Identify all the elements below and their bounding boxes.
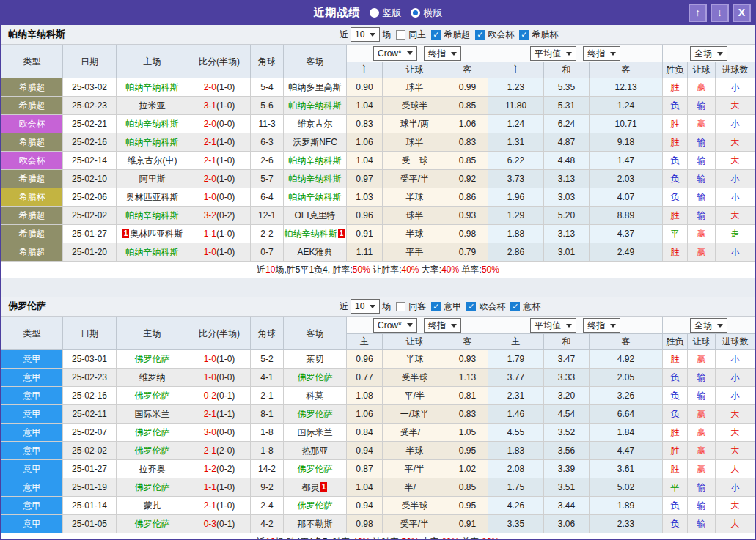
odds-stage-select[interactable]: 终指: [424, 46, 461, 61]
goals-result-cell-value: 小: [731, 247, 740, 257]
away-team-cell: 热那亚: [284, 442, 347, 460]
handicap-result-cell-value: 输: [697, 174, 706, 184]
crow-home-odds: 0.96: [347, 207, 383, 225]
match-date: 25-02-07: [72, 427, 107, 437]
goals-result-cell: 大: [716, 424, 755, 442]
avg-home-odds-value: 1.29: [507, 210, 524, 221]
crow-home-odds-value: 0.87: [356, 464, 373, 474]
move-up-button[interactable]: ↑: [689, 4, 707, 22]
handicap-result-cell-value: 输: [697, 155, 706, 166]
league-filter-checkbox-3[interactable]: [510, 302, 520, 311]
home-team-cell: 拉米亚: [117, 97, 188, 115]
same-venue-checkbox[interactable]: [396, 30, 405, 40]
handicap-result-cell-value: 输: [697, 500, 706, 511]
radio-horizontal-layout[interactable]: 横版: [411, 7, 443, 20]
summary-text: 40%: [401, 265, 419, 275]
full-match-select[interactable]: 全场: [690, 318, 727, 333]
radio-vertical-layout[interactable]: 竖版: [370, 7, 402, 20]
date-cell: 25-01-05: [63, 515, 117, 533]
avg-draw-odds-value: 3.39: [558, 464, 575, 474]
radio-horizontal-icon[interactable]: [411, 8, 420, 18]
league-filter-checkbox-2[interactable]: [466, 302, 476, 311]
bookmaker-select[interactable]: Crow*: [373, 318, 417, 333]
league-filter-checkbox-3[interactable]: [519, 30, 529, 40]
handicap-result-cell-value: 输: [697, 391, 706, 401]
handicap-result-cell-value: 赢: [697, 427, 706, 437]
match-row: 希腊超25-02-02帕纳辛纳科斯3-2(0-2)12-1OFI克里特0.96球…: [1, 207, 755, 225]
crow-away-odds-value: 1.05: [459, 427, 476, 437]
corner-cell: 0-7: [251, 243, 284, 262]
handicap-result-cell: 输: [688, 497, 716, 515]
home-team-cell: 维京古尔(中): [117, 152, 188, 170]
handicap-result-cell: 赢: [688, 350, 716, 369]
crow-handicap: 受半/一: [383, 424, 447, 442]
bookmaker-select[interactable]: Crow*: [373, 46, 417, 61]
league-cell: 希腊超: [1, 97, 63, 115]
score-cell: 1-1(1-0): [188, 478, 251, 497]
corner-count: 14-2: [258, 464, 276, 474]
crow-handicap-value: 球半: [406, 137, 424, 147]
crow-home-odds: 0.87: [347, 460, 383, 478]
col-avg-draw: 和: [544, 334, 590, 350]
close-button[interactable]: X: [733, 4, 751, 22]
away-team-name: 佛罗伦萨: [298, 372, 333, 382]
crow-handicap-value: 半球: [406, 192, 424, 202]
league-cell: 意甲: [1, 478, 63, 497]
avg-away-odds: 5.02: [590, 478, 663, 497]
score-cell: 1-1(1-0): [188, 225, 251, 243]
handicap-result-cell: 输: [688, 133, 716, 152]
avg-away-odds-value: 1.47: [617, 155, 634, 166]
home-team-name: 佛罗伦萨: [135, 519, 170, 529]
full-time-score: 1-2: [204, 464, 216, 474]
crow-home-odds-value: 1.03: [356, 192, 373, 202]
same-venue-checkbox[interactable]: [396, 302, 405, 311]
radio-vertical-icon[interactable]: [370, 8, 379, 18]
result-cell-value: 胜: [671, 210, 680, 221]
handicap-result-cell: 赢: [688, 460, 716, 478]
crow-home-odds: 1.04: [347, 152, 383, 170]
handicap-result-cell: 输: [688, 207, 716, 225]
average-select[interactable]: 平均值: [530, 318, 576, 333]
league-label: 欧会杯: [19, 155, 45, 166]
crow-home-odds: 0.84: [347, 424, 383, 442]
crow-handicap: 球半: [383, 78, 447, 97]
score-cell: 2-0(1-0): [188, 78, 251, 97]
move-down-button[interactable]: ↓: [711, 4, 729, 22]
full-match-select[interactable]: 全场: [690, 46, 727, 61]
league-filter-checkbox-1[interactable]: [431, 30, 441, 40]
result-cell: 胜: [663, 424, 688, 442]
match-count-select[interactable]: 10: [351, 27, 380, 42]
match-count-select[interactable]: 10: [351, 299, 380, 314]
result-cell-value: 胜: [671, 119, 680, 129]
crow-home-odds: 1.08: [347, 387, 383, 405]
average-select[interactable]: 平均值: [530, 46, 576, 61]
odds-stage-select-2[interactable]: 终指: [583, 46, 620, 61]
handicap-result-cell-value: 输: [697, 372, 706, 382]
league-cell: 意甲: [1, 424, 63, 442]
league-filter-checkbox-1[interactable]: [431, 302, 441, 311]
home-team-name: 维京古尔(中): [128, 155, 177, 166]
full-time-score: 1-1: [204, 229, 216, 239]
goals-result-cell: 小: [716, 188, 755, 207]
match-date: 25-01-27: [72, 464, 107, 474]
crow-home-odds: 0.94: [347, 442, 383, 460]
avg-draw-odds-value: 3.52: [558, 427, 575, 437]
score-cell: 3-1(1-0): [188, 97, 251, 115]
corner-cell: 4-2: [251, 515, 284, 533]
crow-handicap: 受半球: [383, 369, 447, 387]
odds-stage-select[interactable]: 终指: [424, 318, 461, 333]
result-cell-value: 胜: [671, 464, 680, 474]
odds-stage-select-2[interactable]: 终指: [583, 318, 620, 333]
goals-result-cell-value: 大: [731, 210, 740, 221]
league-label: 希腊超: [19, 229, 45, 239]
avg-draw-odds: 3.56: [544, 442, 590, 460]
avg-away-odds-value: 4.07: [617, 192, 634, 202]
avg-home-odds-value: 1.46: [507, 409, 524, 419]
league-filter-checkbox-2[interactable]: [475, 30, 485, 40]
summary-text: 让胜率:: [370, 265, 402, 275]
match-date: 25-02-21: [72, 119, 107, 129]
goals-result-cell-value: 大: [731, 100, 740, 111]
crow-handicap: 平/半: [383, 387, 447, 405]
goals-result-cell-value: 走: [731, 229, 740, 239]
league-filter-label-3: 希腊杯: [532, 29, 558, 41]
